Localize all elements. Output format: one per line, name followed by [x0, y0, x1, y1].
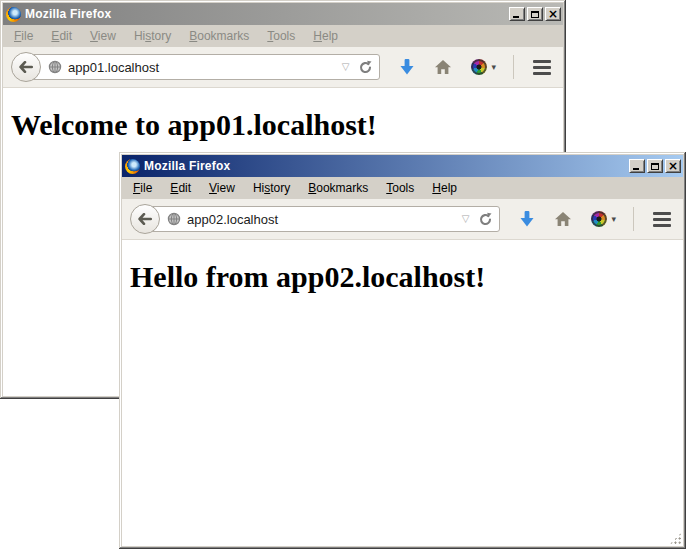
minimize-button[interactable]: [509, 7, 525, 21]
back-button[interactable]: [130, 204, 160, 234]
menu-bar: File Edit View History Bookmarks Tools H…: [3, 25, 563, 47]
url-dropdown-icon[interactable]: ▽: [460, 212, 472, 226]
home-button[interactable]: [434, 59, 452, 75]
maximize-button[interactable]: [647, 159, 663, 173]
close-icon: ×: [668, 160, 678, 172]
menu-item-tools[interactable]: Tools: [377, 179, 423, 197]
menu-item-view[interactable]: View: [200, 179, 244, 197]
navigation-toolbar: app01.localhost ▽ ▾: [3, 47, 563, 88]
search-engine-button[interactable]: ▾: [591, 211, 616, 227]
reload-icon: [358, 60, 373, 75]
menu-bar: File Edit View History Bookmarks Tools H…: [122, 177, 683, 199]
menu-item-help[interactable]: Help: [304, 27, 347, 45]
url-text: app02.localhost: [187, 212, 454, 227]
hamburger-icon: [653, 212, 671, 227]
menu-item-tools[interactable]: Tools: [258, 27, 304, 45]
window-app02[interactable]: Mozilla Firefox × File Edit View History…: [119, 152, 686, 549]
titlebar[interactable]: Mozilla Firefox ×: [122, 155, 683, 177]
back-arrow-icon: [19, 61, 33, 73]
minimize-icon: [633, 168, 639, 170]
globe-icon: [48, 60, 62, 74]
close-icon: ×: [548, 8, 558, 20]
chevron-down-icon: ▾: [611, 214, 616, 224]
menu-item-history[interactable]: History: [125, 27, 180, 45]
reload-icon: [478, 212, 493, 227]
menu-item-bookmarks[interactable]: Bookmarks: [299, 179, 377, 197]
url-dropdown-icon[interactable]: ▽: [340, 60, 352, 74]
page-heading: Welcome to app01.localhost!: [11, 108, 555, 142]
maximize-button[interactable]: [527, 7, 543, 21]
firefox-icon: [125, 159, 140, 174]
firefox-icon: [6, 7, 21, 22]
toolbar-separator: [513, 55, 514, 79]
reload-button[interactable]: [477, 211, 494, 228]
home-icon: [434, 59, 452, 75]
titlebar[interactable]: Mozilla Firefox ×: [3, 3, 563, 25]
hamburger-icon: [533, 60, 551, 75]
back-arrow-icon: [138, 213, 152, 225]
navigation-toolbar: app02.localhost ▽ ▾: [122, 199, 683, 240]
menu-item-file[interactable]: File: [124, 179, 161, 197]
menu-item-edit[interactable]: Edit: [161, 179, 200, 197]
download-icon: [519, 210, 535, 228]
globe-icon: [167, 212, 181, 226]
maximize-icon: [651, 163, 659, 170]
minimize-icon: [513, 16, 519, 18]
url-bar[interactable]: app02.localhost ▽: [150, 206, 500, 232]
toolbar-separator: [633, 207, 634, 231]
search-engine-icon: [471, 59, 487, 75]
chevron-down-icon: ▾: [491, 62, 496, 72]
menu-item-view[interactable]: View: [81, 27, 125, 45]
menu-panel-button[interactable]: [533, 60, 551, 75]
close-button[interactable]: ×: [545, 7, 561, 21]
menu-item-help[interactable]: Help: [423, 179, 466, 197]
url-text: app01.localhost: [68, 60, 334, 75]
page-heading: Hello from app02.localhost!: [130, 260, 675, 294]
menu-item-history[interactable]: History: [244, 179, 299, 197]
search-engine-icon: [591, 211, 607, 227]
home-icon: [554, 211, 572, 227]
minimize-button[interactable]: [629, 159, 645, 173]
window-title: Mozilla Firefox: [144, 159, 625, 173]
menu-panel-button[interactable]: [653, 212, 671, 227]
menu-item-file[interactable]: File: [5, 27, 42, 45]
download-icon: [399, 58, 415, 76]
close-button[interactable]: ×: [665, 159, 681, 173]
menu-item-edit[interactable]: Edit: [42, 27, 81, 45]
download-button[interactable]: [519, 210, 535, 228]
home-button[interactable]: [554, 211, 572, 227]
url-bar[interactable]: app01.localhost ▽: [31, 54, 380, 80]
search-engine-button[interactable]: ▾: [471, 59, 496, 75]
menu-item-bookmarks[interactable]: Bookmarks: [180, 27, 258, 45]
page-content: Hello from app02.localhost!: [122, 240, 683, 546]
window-title: Mozilla Firefox: [25, 7, 505, 21]
reload-button[interactable]: [357, 59, 374, 76]
maximize-icon: [531, 11, 539, 18]
download-button[interactable]: [399, 58, 415, 76]
back-button[interactable]: [11, 52, 41, 82]
